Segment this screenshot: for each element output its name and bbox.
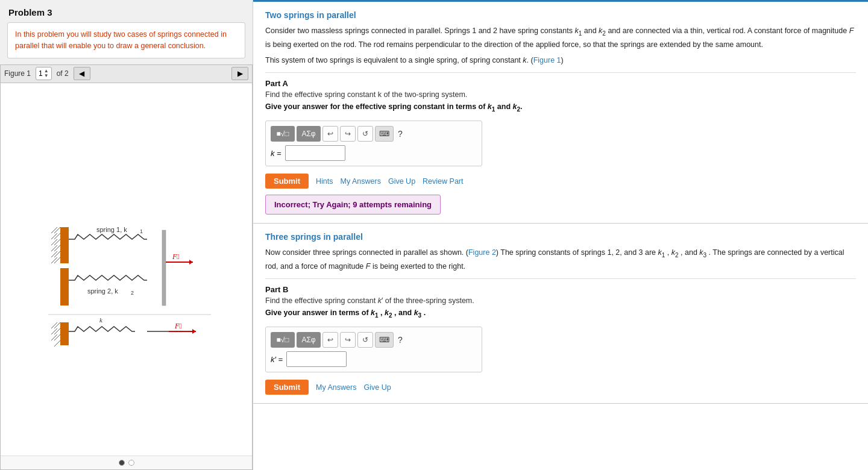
svg-line-16 [54,334,60,340]
math-toolbar-b: ■√□ ΑΣφ ↩ ↪ ↺ ⌨ ? [271,332,477,348]
force-arrowhead-single [192,329,196,334]
left-panel: Problem 3 In this problem you will study… [0,0,253,470]
svg-line-21 [54,322,60,328]
spring2-coil [69,275,147,280]
section-body-two-springs: Consider two massless springs connected … [265,25,856,66]
figure-nav-left[interactable]: ◀ [74,67,90,80]
dot-1[interactable] [119,460,125,466]
wall-bottom [60,268,69,306]
hints-link-a[interactable]: Hints [316,177,333,186]
dot-2[interactable] [128,460,134,466]
greek-btn-a[interactable]: ΑΣφ [297,126,321,142]
math-input-part-b: ■√□ ΑΣφ ↩ ↪ ↺ ⌨ ? k′ = [265,327,482,372]
math-label-a: k = [271,149,281,158]
svg-line-19 [51,328,57,334]
keyboard-btn-b[interactable]: ⌨ [375,332,394,348]
figure-canvas: spring 1, k 1 F⃗ spring 2, k 2 [1,83,252,456]
spring2-label: spring 2, k [87,287,118,295]
svg-text:2: 2 [131,290,134,296]
svg-line-10 [51,251,57,257]
svg-line-7 [51,233,57,239]
help-btn-a[interactable]: ? [395,128,405,140]
svg-line-8 [51,239,57,245]
spring-diagram-svg: spring 1, k 1 F⃗ spring 2, k 2 [24,191,229,348]
refresh-btn-a[interactable]: ↺ [357,126,373,142]
part-a-instruction: Find the effective spring constant k of … [265,90,856,99]
sqrt-btn-b[interactable]: ■√□ [271,332,295,348]
spring1-label: spring 1, k [96,226,127,233]
review-part-link-a[interactable]: Review Part [423,177,463,186]
undo-btn-b[interactable]: ↩ [322,332,338,348]
refresh-btn-b[interactable]: ↺ [357,332,373,348]
svg-line-4 [54,251,60,257]
figure2-link[interactable]: Figure 2 [468,248,496,257]
undo-btn-a[interactable]: ↩ [322,126,338,142]
submit-row-a: Submit Hints My Answers Give Up Review P… [265,174,856,189]
svg-line-6 [51,227,57,233]
submit-btn-b[interactable]: Submit [265,380,309,395]
figure-arrows: ▲▼ [44,69,49,78]
sqrt-btn-a[interactable]: ■√□ [271,126,295,142]
incorrect-notice-a: Incorrect; Try Again; 9 attempts remaini… [265,195,441,215]
part-a-label: Part A [265,79,856,88]
figure-dots [1,456,252,469]
figure-number: 1 [39,69,43,78]
figure-nav-right[interactable]: ▶ [231,67,248,80]
redo-btn-a[interactable]: ↪ [340,126,356,142]
svg-line-20 [51,334,57,340]
two-springs-body1: Consider two massless springs connected … [265,25,856,51]
redo-btn-b[interactable]: ↪ [340,332,356,348]
svg-line-3 [54,245,60,251]
my-answers-link-a[interactable]: My Answers [341,177,381,186]
svg-line-5 [54,257,60,263]
problem-description: In this problem you will study two cases… [7,22,245,58]
keyboard-btn-a[interactable]: ⌨ [375,126,394,142]
submit-row-b: Submit My Answers Give Up [265,380,856,395]
svg-line-11 [51,257,57,263]
give-up-link-b[interactable]: Give Up [363,383,391,392]
k-label: k [99,316,103,324]
force-label-top: F⃗ [172,252,180,261]
force-arrowhead [189,260,193,265]
section-body-three-springs: Now consider three springs connected in … [265,246,856,272]
right-panel: Two springs in parallel Consider two mas… [253,0,868,470]
figure-selector[interactable]: 1 ▲▼ [36,67,52,80]
svg-text:1: 1 [140,228,143,234]
math-input-row-a: k = [271,145,477,161]
problem-title: Problem 3 [0,0,253,22]
greek-btn-b[interactable]: ΑΣφ [297,332,321,348]
svg-line-18 [51,322,57,328]
vertical-rod [162,230,166,306]
section-title-two-springs: Two springs in parallel [265,10,856,20]
spring1-coil [69,234,147,239]
svg-line-9 [51,245,57,251]
section-three-springs: Three springs in parallel Now consider t… [253,224,868,404]
part-b-instruction: Find the effective spring constant k′ of… [265,296,856,305]
svg-line-0 [54,227,60,233]
math-toolbar-a: ■√□ ΑΣφ ↩ ↪ ↺ ⌨ ? [271,126,477,142]
my-answers-link-b[interactable]: My Answers [316,383,356,392]
figure-of: of 2 [57,69,69,78]
force-label-single: F⃗ [174,322,182,330]
part-b-label: Part B [265,285,856,294]
svg-line-2 [54,239,60,245]
figure-label: Figure 1 [4,69,31,78]
figure-toolbar: Figure 1 1 ▲▼ of 2 ◀ ▶ [1,65,252,83]
part-b-instruction-bold: Give your answer in terms of k1 , k2 , a… [265,309,856,319]
math-field-a[interactable] [285,145,345,161]
figure1-link[interactable]: Figure 1 [533,56,561,64]
wall-single [60,322,69,345]
svg-line-15 [54,328,60,334]
part-a-instruction-bold: Give your answer for the effective sprin… [265,102,856,113]
math-label-b: k′ = [271,355,283,364]
math-field-b[interactable] [286,351,347,367]
figure-area: Figure 1 1 ▲▼ of 2 ◀ ▶ [0,64,253,471]
give-up-link-a[interactable]: Give Up [388,177,415,186]
two-springs-body2: This system of two springs is equivalent… [265,54,856,66]
single-spring-coil [69,327,135,331]
help-btn-b[interactable]: ? [395,334,405,346]
submit-btn-a[interactable]: Submit [265,174,309,189]
math-input-part-a: ■√□ ΑΣφ ↩ ↪ ↺ ⌨ ? k = [265,121,482,166]
three-springs-body1: Now consider three springs connected in … [265,246,856,272]
section-title-three-springs: Three springs in parallel [265,232,856,242]
